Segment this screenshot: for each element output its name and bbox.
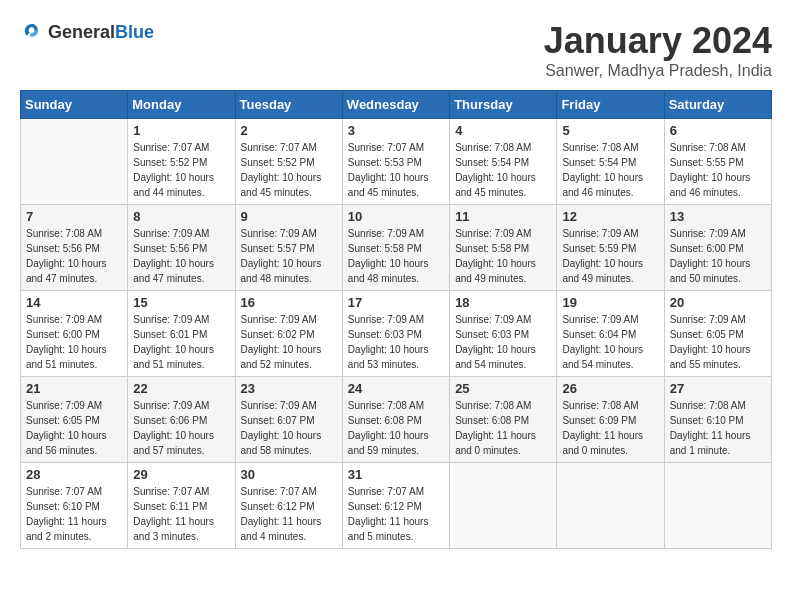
- calendar-cell: [450, 463, 557, 549]
- header-day-thursday: Thursday: [450, 91, 557, 119]
- calendar-table: SundayMondayTuesdayWednesdayThursdayFrid…: [20, 90, 772, 549]
- day-number: 26: [562, 381, 658, 396]
- calendar-cell: 30Sunrise: 7:07 AMSunset: 6:12 PMDayligh…: [235, 463, 342, 549]
- calendar-cell: 19Sunrise: 7:09 AMSunset: 6:04 PMDayligh…: [557, 291, 664, 377]
- calendar-cell: 24Sunrise: 7:08 AMSunset: 6:08 PMDayligh…: [342, 377, 449, 463]
- day-info: Sunrise: 7:09 AMSunset: 6:03 PMDaylight:…: [455, 312, 551, 372]
- day-number: 31: [348, 467, 444, 482]
- calendar-cell: 18Sunrise: 7:09 AMSunset: 6:03 PMDayligh…: [450, 291, 557, 377]
- calendar-cell: 17Sunrise: 7:09 AMSunset: 6:03 PMDayligh…: [342, 291, 449, 377]
- calendar-cell: 27Sunrise: 7:08 AMSunset: 6:10 PMDayligh…: [664, 377, 771, 463]
- day-info: Sunrise: 7:08 AMSunset: 5:55 PMDaylight:…: [670, 140, 766, 200]
- calendar-cell: 4Sunrise: 7:08 AMSunset: 5:54 PMDaylight…: [450, 119, 557, 205]
- logo-blue: Blue: [115, 22, 154, 42]
- calendar-cell: 29Sunrise: 7:07 AMSunset: 6:11 PMDayligh…: [128, 463, 235, 549]
- day-info: Sunrise: 7:09 AMSunset: 5:56 PMDaylight:…: [133, 226, 229, 286]
- day-number: 13: [670, 209, 766, 224]
- day-info: Sunrise: 7:07 AMSunset: 5:52 PMDaylight:…: [241, 140, 337, 200]
- calendar-cell: 15Sunrise: 7:09 AMSunset: 6:01 PMDayligh…: [128, 291, 235, 377]
- calendar-cell: 28Sunrise: 7:07 AMSunset: 6:10 PMDayligh…: [21, 463, 128, 549]
- day-info: Sunrise: 7:09 AMSunset: 6:00 PMDaylight:…: [26, 312, 122, 372]
- day-info: Sunrise: 7:07 AMSunset: 6:10 PMDaylight:…: [26, 484, 122, 544]
- day-number: 27: [670, 381, 766, 396]
- calendar-cell: 2Sunrise: 7:07 AMSunset: 5:52 PMDaylight…: [235, 119, 342, 205]
- day-number: 25: [455, 381, 551, 396]
- day-number: 16: [241, 295, 337, 310]
- day-info: Sunrise: 7:08 AMSunset: 6:08 PMDaylight:…: [348, 398, 444, 458]
- day-number: 8: [133, 209, 229, 224]
- calendar-cell: [664, 463, 771, 549]
- day-number: 12: [562, 209, 658, 224]
- day-info: Sunrise: 7:08 AMSunset: 6:08 PMDaylight:…: [455, 398, 551, 458]
- day-number: 5: [562, 123, 658, 138]
- calendar-cell: 7Sunrise: 7:08 AMSunset: 5:56 PMDaylight…: [21, 205, 128, 291]
- title-area: January 2024 Sanwer, Madhya Pradesh, Ind…: [544, 20, 772, 80]
- logo-icon: [20, 20, 44, 44]
- day-number: 23: [241, 381, 337, 396]
- day-info: Sunrise: 7:08 AMSunset: 5:54 PMDaylight:…: [562, 140, 658, 200]
- calendar-cell: 25Sunrise: 7:08 AMSunset: 6:08 PMDayligh…: [450, 377, 557, 463]
- day-info: Sunrise: 7:07 AMSunset: 6:12 PMDaylight:…: [241, 484, 337, 544]
- day-number: 15: [133, 295, 229, 310]
- day-info: Sunrise: 7:09 AMSunset: 6:05 PMDaylight:…: [26, 398, 122, 458]
- calendar-cell: 6Sunrise: 7:08 AMSunset: 5:55 PMDaylight…: [664, 119, 771, 205]
- day-info: Sunrise: 7:08 AMSunset: 6:10 PMDaylight:…: [670, 398, 766, 458]
- calendar-cell: 21Sunrise: 7:09 AMSunset: 6:05 PMDayligh…: [21, 377, 128, 463]
- day-number: 14: [26, 295, 122, 310]
- calendar-week-1: 1Sunrise: 7:07 AMSunset: 5:52 PMDaylight…: [21, 119, 772, 205]
- day-number: 19: [562, 295, 658, 310]
- calendar-cell: 1Sunrise: 7:07 AMSunset: 5:52 PMDaylight…: [128, 119, 235, 205]
- day-number: 22: [133, 381, 229, 396]
- day-info: Sunrise: 7:08 AMSunset: 6:09 PMDaylight:…: [562, 398, 658, 458]
- calendar-header-row: SundayMondayTuesdayWednesdayThursdayFrid…: [21, 91, 772, 119]
- logo: GeneralBlue: [20, 20, 154, 44]
- day-number: 6: [670, 123, 766, 138]
- calendar-cell: 10Sunrise: 7:09 AMSunset: 5:58 PMDayligh…: [342, 205, 449, 291]
- calendar-cell: 8Sunrise: 7:09 AMSunset: 5:56 PMDaylight…: [128, 205, 235, 291]
- day-number: 7: [26, 209, 122, 224]
- day-info: Sunrise: 7:09 AMSunset: 5:57 PMDaylight:…: [241, 226, 337, 286]
- day-number: 24: [348, 381, 444, 396]
- day-info: Sunrise: 7:08 AMSunset: 5:54 PMDaylight:…: [455, 140, 551, 200]
- calendar-cell: 13Sunrise: 7:09 AMSunset: 6:00 PMDayligh…: [664, 205, 771, 291]
- day-number: 29: [133, 467, 229, 482]
- logo-text-area: GeneralBlue: [48, 22, 154, 43]
- header-day-tuesday: Tuesday: [235, 91, 342, 119]
- day-info: Sunrise: 7:09 AMSunset: 6:03 PMDaylight:…: [348, 312, 444, 372]
- day-number: 30: [241, 467, 337, 482]
- day-info: Sunrise: 7:09 AMSunset: 6:02 PMDaylight:…: [241, 312, 337, 372]
- calendar-week-2: 7Sunrise: 7:08 AMSunset: 5:56 PMDaylight…: [21, 205, 772, 291]
- day-info: Sunrise: 7:07 AMSunset: 5:53 PMDaylight:…: [348, 140, 444, 200]
- calendar-cell: 12Sunrise: 7:09 AMSunset: 5:59 PMDayligh…: [557, 205, 664, 291]
- day-info: Sunrise: 7:09 AMSunset: 6:07 PMDaylight:…: [241, 398, 337, 458]
- day-number: 10: [348, 209, 444, 224]
- header-day-wednesday: Wednesday: [342, 91, 449, 119]
- header-day-saturday: Saturday: [664, 91, 771, 119]
- calendar-cell: 20Sunrise: 7:09 AMSunset: 6:05 PMDayligh…: [664, 291, 771, 377]
- day-info: Sunrise: 7:09 AMSunset: 5:59 PMDaylight:…: [562, 226, 658, 286]
- calendar-cell: 31Sunrise: 7:07 AMSunset: 6:12 PMDayligh…: [342, 463, 449, 549]
- day-number: 2: [241, 123, 337, 138]
- day-number: 28: [26, 467, 122, 482]
- month-title: January 2024: [544, 20, 772, 62]
- calendar-cell: [21, 119, 128, 205]
- calendar-cell: 11Sunrise: 7:09 AMSunset: 5:58 PMDayligh…: [450, 205, 557, 291]
- calendar-week-3: 14Sunrise: 7:09 AMSunset: 6:00 PMDayligh…: [21, 291, 772, 377]
- calendar-cell: [557, 463, 664, 549]
- day-info: Sunrise: 7:07 AMSunset: 6:12 PMDaylight:…: [348, 484, 444, 544]
- day-number: 3: [348, 123, 444, 138]
- calendar-cell: 22Sunrise: 7:09 AMSunset: 6:06 PMDayligh…: [128, 377, 235, 463]
- header-day-sunday: Sunday: [21, 91, 128, 119]
- calendar-week-4: 21Sunrise: 7:09 AMSunset: 6:05 PMDayligh…: [21, 377, 772, 463]
- day-info: Sunrise: 7:09 AMSunset: 6:05 PMDaylight:…: [670, 312, 766, 372]
- day-info: Sunrise: 7:08 AMSunset: 5:56 PMDaylight:…: [26, 226, 122, 286]
- day-info: Sunrise: 7:09 AMSunset: 5:58 PMDaylight:…: [455, 226, 551, 286]
- day-number: 1: [133, 123, 229, 138]
- calendar-cell: 3Sunrise: 7:07 AMSunset: 5:53 PMDaylight…: [342, 119, 449, 205]
- day-info: Sunrise: 7:07 AMSunset: 5:52 PMDaylight:…: [133, 140, 229, 200]
- day-number: 21: [26, 381, 122, 396]
- header-day-monday: Monday: [128, 91, 235, 119]
- day-info: Sunrise: 7:09 AMSunset: 6:01 PMDaylight:…: [133, 312, 229, 372]
- calendar-cell: 26Sunrise: 7:08 AMSunset: 6:09 PMDayligh…: [557, 377, 664, 463]
- calendar-cell: 14Sunrise: 7:09 AMSunset: 6:00 PMDayligh…: [21, 291, 128, 377]
